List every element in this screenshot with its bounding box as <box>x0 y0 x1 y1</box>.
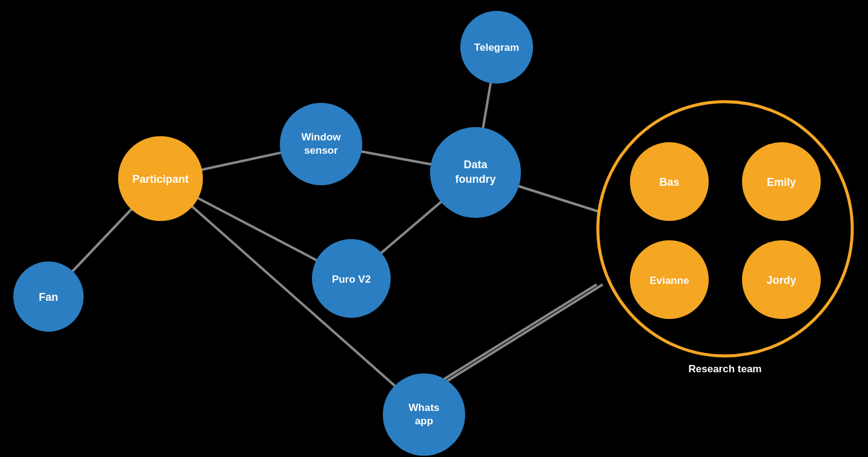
label-bas: Bas <box>659 176 679 188</box>
edge-whatsapp-research-1 <box>421 284 597 393</box>
label-jordy: Jordy <box>766 274 796 286</box>
label-data-foundry-1: Data <box>463 159 488 171</box>
label-participant: Participant <box>132 173 188 185</box>
label-puro-v2: Puro V2 <box>332 274 371 285</box>
research-team-circle <box>598 102 852 356</box>
label-window-sensor-1: Window <box>302 131 342 143</box>
label-fan: Fan <box>39 291 58 303</box>
label-window-sensor-2: sensor <box>304 145 338 156</box>
edge-whatsapp-research-2 <box>427 284 603 393</box>
label-whatsapp-1: Whats <box>409 402 440 413</box>
label-emily: Emily <box>767 176 796 188</box>
node-window-sensor[interactable] <box>280 103 362 185</box>
label-whatsapp-2: app <box>415 415 433 427</box>
label-evianne: Evianne <box>649 275 689 286</box>
label-research-team: Research team <box>689 363 762 375</box>
label-data-foundry-2: foundry <box>456 173 496 185</box>
label-telegram: Telegram <box>474 42 519 53</box>
node-whatsapp[interactable] <box>383 373 465 456</box>
node-data-foundry[interactable] <box>430 127 521 218</box>
